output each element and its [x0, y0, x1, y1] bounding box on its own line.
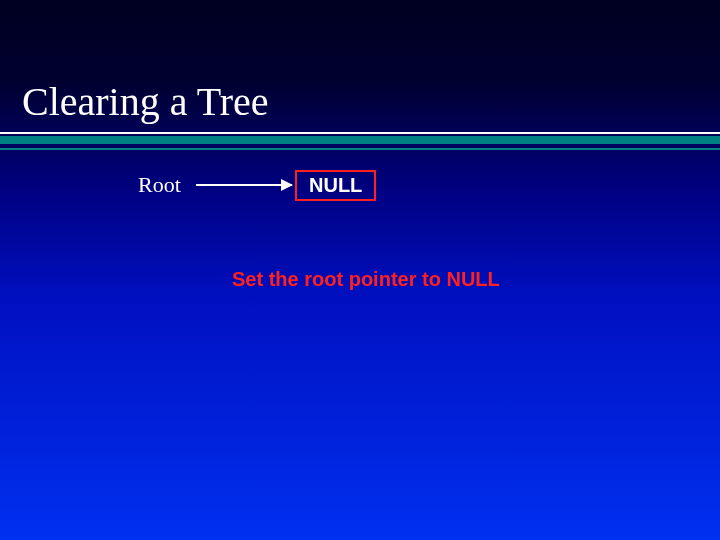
slide-title: Clearing a Tree — [22, 78, 269, 125]
null-box: NULL — [295, 170, 376, 201]
title-underline — [0, 132, 720, 150]
pointer-arrow — [196, 184, 292, 186]
caption-text: Set the root pointer to NULL — [232, 268, 500, 291]
underline-teal-thick — [0, 136, 720, 144]
underline-gap — [0, 144, 720, 146]
root-label: Root — [138, 172, 181, 198]
underline-teal-thin — [0, 148, 720, 150]
arrow-head-icon — [281, 179, 293, 191]
underline-white — [0, 132, 720, 134]
